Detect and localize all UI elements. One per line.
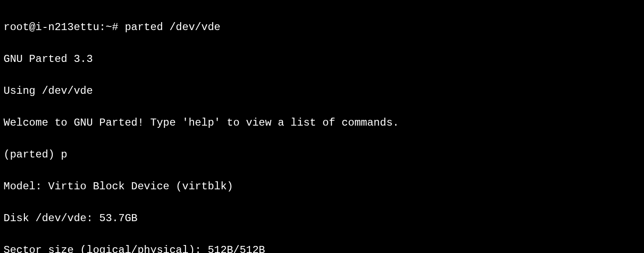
terminal-output[interactable]: root@i-n213ettu:~# parted /dev/vde GNU P… [4, 4, 640, 253]
welcome-message: Welcome to GNU Parted! Type 'help' to vi… [4, 115, 640, 131]
sector-size-info: Sector size (logical/physical): 512B/512… [4, 242, 640, 253]
model-info: Model: Virtio Block Device (virtblk) [4, 179, 640, 195]
shell-prompt-line: root@i-n213ettu:~# parted /dev/vde [4, 19, 640, 35]
parted-command-line: (parted) p [4, 147, 640, 163]
disk-info: Disk /dev/vde: 53.7GB [4, 211, 640, 226]
using-device: Using /dev/vde [4, 83, 640, 99]
program-version: GNU Parted 3.3 [4, 51, 640, 67]
